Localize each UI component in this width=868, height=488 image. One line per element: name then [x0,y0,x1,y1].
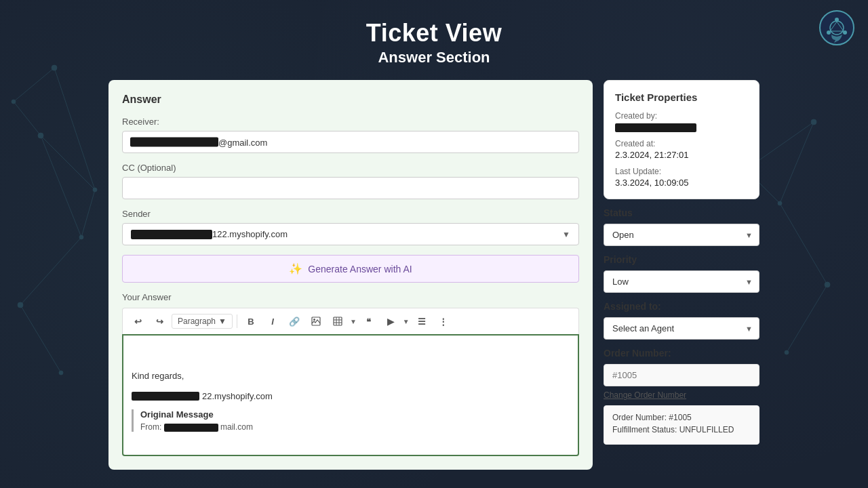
generate-answer-button[interactable]: ✨ Generate Answer with AI [122,255,579,283]
paragraph-arrow: ▼ [218,317,226,326]
created-by-redacted [615,123,696,132]
sparkle-icon: ✨ [289,262,302,275]
bold-button[interactable]: B [241,312,260,330]
created-by-value [615,122,748,132]
priority-dropdown-wrapper: Low Medium High ▼ [604,270,760,293]
video-arrow: ▼ [403,318,410,325]
editor-area[interactable]: Kind regards, 22.myshopify.com Original … [122,334,579,456]
ticket-properties-panel: Ticket Properties Created by: Created at… [604,80,760,470]
your-answer-label: Your Answer [122,292,579,302]
redo-button[interactable]: ↪ [150,312,169,330]
svg-point-34 [313,319,315,321]
list-button[interactable]: ☰ [412,312,431,330]
page-subtitle: Answer Section [0,49,868,66]
change-order-link[interactable]: Change Order Number [604,390,760,400]
receiver-input[interactable] [122,131,579,153]
svg-point-27 [835,18,839,22]
signature-suffix: 22.myshopify.com [202,391,273,401]
last-update-label: Last Update: [615,167,748,176]
paragraph-dropdown[interactable]: Paragraph ▼ [172,314,233,329]
main-container: Answer Receiver: @gmail.com CC (Optional… [0,80,868,470]
from-redacted [164,424,218,432]
editor-greeting: Kind regards, [132,371,570,381]
created-by-label: Created by: [615,111,748,121]
status-dropdown-wrapper: Open Closed Pending ▼ [604,224,760,246]
sender-suffix: 122.myshopify.com [212,229,288,239]
undo-button[interactable]: ↩ [128,312,147,330]
original-message-title: Original Message [140,409,570,420]
receiver-label: Receiver: [122,117,579,127]
editor-toolbar: ↩ ↪ Paragraph ▼ B I 🔗 [122,308,579,334]
agent-dropdown-wrapper: Select an Agent ▼ [604,317,760,340]
app-logo [819,10,854,45]
table-arrow: ▼ [350,318,357,325]
answer-heading: Answer [122,94,579,106]
fulfillment-status-info: Fulfillment Status: UNFULFILLED [612,425,751,434]
sender-dropdown[interactable]: 122.myshopify.com ▼ [122,223,579,245]
original-message-from: From: mail.com [140,422,570,432]
status-section: Status Open Closed Pending ▼ [604,207,760,246]
assigned-to-label: Assigned to: [604,301,760,312]
answer-panel: Answer Receiver: @gmail.com CC (Optional… [108,80,593,470]
assigned-to-section: Assigned to: Select an Agent ▼ [604,301,760,340]
more-button[interactable]: ⋮ [434,312,453,330]
properties-card: Ticket Properties Created by: Created at… [604,80,760,199]
page-header: Ticket View Answer Section [0,0,868,80]
properties-title: Ticket Properties [615,92,748,103]
cc-label: CC (Optional) [122,163,579,173]
agent-select[interactable]: Select an Agent [604,317,760,340]
last-update-value: 3.3.2024, 10:09:05 [615,178,748,188]
order-number-section: Order Number: Change Order Number Order … [604,348,760,445]
created-at-label: Created at: [615,139,748,148]
svg-rect-35 [334,317,342,325]
table-button[interactable] [328,312,347,330]
page-title: Ticket View [0,19,868,47]
toolbar-sep-1 [237,314,237,328]
image-button[interactable] [307,312,326,330]
order-number-info: Order Number: #1005 [612,413,751,422]
italic-button[interactable]: I [263,312,282,330]
paragraph-label: Paragraph [178,317,216,326]
cc-input[interactable] [122,177,579,199]
order-info-box: Order Number: #1005 Fulfillment Status: … [604,405,760,445]
from-email-hint: mail.com [220,422,253,432]
signature-redacted [132,392,199,401]
order-number-label: Order Number: [604,348,760,359]
status-label: Status [604,207,760,218]
editor-signature-line: 22.myshopify.com [132,391,570,401]
editor-content: Kind regards, 22.myshopify.com Original … [132,371,570,432]
priority-section: Priority Low Medium High ▼ [604,254,760,293]
video-button[interactable]: ▶ [381,312,400,330]
priority-select[interactable]: Low Medium High [604,270,760,293]
original-message-box: Original Message From: mail.com [132,409,570,432]
sender-redacted [131,230,212,239]
generate-btn-label: Generate Answer with AI [308,264,412,274]
sender-label: Sender [122,209,579,219]
priority-label: Priority [604,254,760,265]
status-select[interactable]: Open Closed Pending [604,224,760,246]
created-at-value: 2.3.2024, 21:27:01 [615,150,748,160]
link-button[interactable]: 🔗 [285,312,304,330]
quote-button[interactable]: ❝ [359,312,378,330]
order-number-input[interactable] [604,364,760,386]
sender-select-wrapper: 122.myshopify.com ▼ [122,223,579,245]
sender-dropdown-arrow: ▼ [562,230,570,239]
